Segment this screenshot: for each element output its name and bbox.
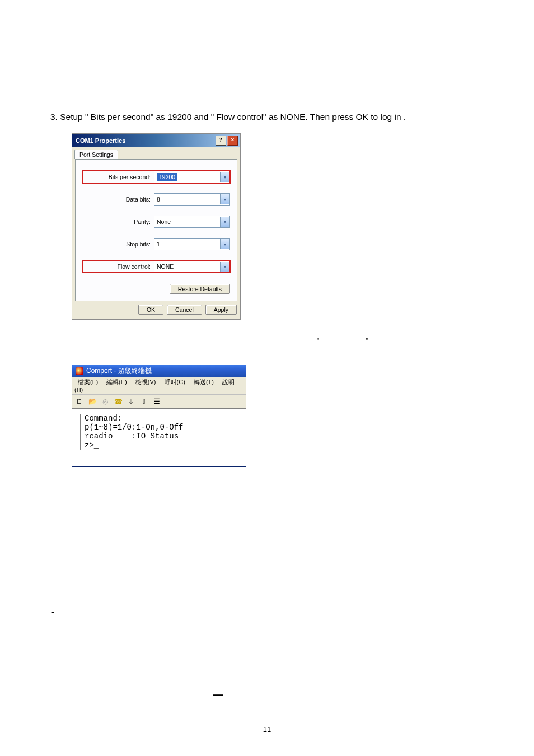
field-data-bits: Data bits: 8 ▾ (82, 193, 230, 206)
hyperterminal-titlebar: Comport - 超級終端機 (72, 365, 246, 377)
label-flow-control: Flow control: (117, 263, 151, 270)
step-instruction: 3. Setup " Bits per second" as 19200 and… (50, 112, 484, 122)
stray-dash-2: — (213, 689, 223, 701)
hyperterminal-title: Comport - 超級終端機 (86, 366, 152, 376)
page-number: 11 (0, 725, 534, 734)
receive-icon[interactable]: ⇧ (139, 396, 149, 407)
value-bits-per-second: 19200 (157, 173, 177, 181)
chevron-down-icon[interactable]: ▾ (220, 262, 229, 272)
label-data-bits: Data bits: (126, 196, 151, 203)
chevron-down-icon[interactable]: ▾ (220, 239, 229, 249)
properties-icon[interactable]: ☰ (152, 396, 162, 407)
dialog-titlebar: COM1 Properties ? × (72, 134, 240, 147)
call-icon[interactable]: ☎ (113, 396, 123, 407)
menu-bar: 檔案(F) 編輯(E) 檢視(V) 呼叫(C) 轉送(T) 說明(H) (72, 377, 246, 395)
value-stop-bits: 1 (157, 241, 160, 248)
label-stop-bits: Stop bits: (126, 241, 151, 248)
help-icon[interactable]: ? (216, 136, 226, 146)
menu-call[interactable]: 呼叫(C) (161, 379, 189, 385)
field-parity: Parity: None ▾ (82, 216, 230, 228)
menu-view[interactable]: 檢視(V) (132, 379, 160, 385)
select-parity[interactable]: None ▾ (154, 216, 230, 228)
restore-defaults-button[interactable]: Restore Defaults (170, 284, 230, 294)
app-icon (76, 367, 83, 375)
label-parity: Parity: (134, 218, 151, 225)
menu-transfer[interactable]: 轉送(T) (190, 379, 217, 385)
cancel-button[interactable]: Cancel (167, 305, 202, 315)
stray-dash: - (51, 608, 54, 617)
select-bits-per-second[interactable]: 19200 ▾ (154, 171, 230, 183)
menu-file[interactable]: 檔案(F) (74, 379, 101, 385)
chevron-down-icon[interactable]: ▾ (220, 194, 229, 204)
disconnect-icon[interactable]: ◎ (100, 396, 110, 407)
hyperterminal-window: Comport - 超級終端機 檔案(F) 編輯(E) 檢視(V) 呼叫(C) … (72, 365, 246, 467)
dialog-title: COM1 Properties (76, 137, 125, 144)
terminal-output: Command: p(1~8)=1/0:1-On,0-Off readio :I… (80, 414, 241, 450)
stray-quotes: " " (317, 337, 391, 345)
apply-button[interactable]: Apply (205, 305, 237, 315)
ok-button[interactable]: OK (138, 305, 163, 315)
select-flow-control[interactable]: NONE ▾ (154, 260, 230, 273)
field-stop-bits: Stop bits: 1 ▾ (82, 238, 230, 250)
select-stop-bits[interactable]: 1 ▾ (154, 238, 230, 250)
field-flow-control: Flow control: NONE ▾ (82, 260, 230, 273)
select-data-bits[interactable]: 8 ▾ (154, 193, 230, 206)
value-flow-control: NONE (157, 263, 174, 270)
value-parity: None (157, 218, 171, 225)
com1-properties-dialog: COM1 Properties ? × Port Settings Bits p… (72, 133, 241, 320)
chevron-down-icon[interactable]: ▾ (220, 217, 229, 227)
menu-edit[interactable]: 編輯(E) (103, 379, 130, 385)
chevron-down-icon[interactable]: ▾ (220, 172, 229, 182)
value-data-bits: 8 (157, 196, 160, 203)
tool-bar: 🗋 📂 ◎ ☎ ⇩ ⇧ ☰ (72, 395, 246, 409)
tab-port-settings[interactable]: Port Settings (74, 150, 118, 159)
field-bits-per-second: Bits per second: 19200 ▾ (82, 171, 230, 183)
new-icon[interactable]: 🗋 (74, 396, 85, 407)
open-icon[interactable]: 📂 (87, 396, 97, 407)
send-icon[interactable]: ⇩ (126, 396, 136, 407)
tab-panel: Bits per second: 19200 ▾ Data bits: 8 ▾ … (75, 159, 237, 301)
label-bits-per-second: Bits per second: (109, 174, 151, 180)
close-icon[interactable]: × (227, 136, 238, 146)
